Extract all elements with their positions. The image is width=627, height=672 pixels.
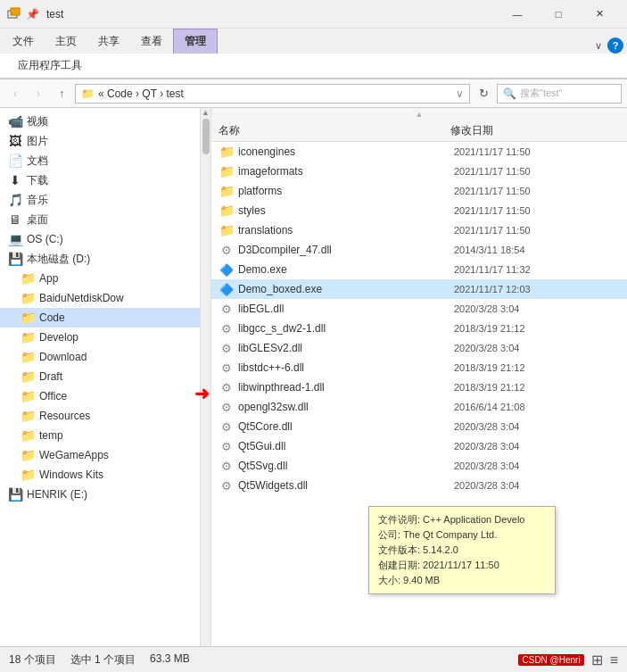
sidebar-item[interactable]: 📁Develop — [0, 328, 200, 347]
sidebar-scrollbar[interactable]: ▲ — [201, 108, 211, 646]
file-type-icon: 📁 — [219, 183, 235, 199]
dll-icon: ⚙ — [221, 460, 232, 473]
file-date: 2016/6/14 21:08 — [454, 402, 620, 412]
sidebar-item[interactable]: 📁Download — [0, 347, 200, 367]
layout-icon[interactable]: ⊞ — [591, 651, 603, 668]
table-row[interactable]: ⚙ libwinpthread-1.dll 2018/3/19 21:12 — [211, 377, 627, 397]
table-row[interactable]: ⚙ Qt5Gui.dll 2020/3/28 3:04 — [211, 436, 627, 456]
sidebar-label: 图片 — [27, 134, 48, 149]
table-row[interactable]: ⚙ libGLESv2.dll 2020/3/28 3:04 — [211, 338, 627, 358]
tab-view[interactable]: 查看 — [130, 29, 173, 54]
search-box[interactable]: 🔍 搜索"test" — [497, 84, 622, 104]
table-row[interactable]: ⚙ libstdc++-6.dll 2018/3/19 21:12 — [211, 358, 627, 377]
title-bar-icons: 📌 — [7, 7, 39, 21]
chevron-down-icon[interactable]: ∨ — [595, 40, 602, 52]
forward-button[interactable]: › — [29, 84, 48, 104]
sidebar-label: BaiduNetdiskDow — [39, 292, 124, 304]
sidebar-item[interactable]: 📁App — [0, 269, 200, 288]
window-title: test — [46, 8, 497, 21]
scroll-thumb[interactable] — [202, 119, 210, 154]
sidebar-icon: 📁 — [20, 447, 36, 463]
table-row[interactable]: ⚙ libEGL.dll 2020/3/28 3:04 — [211, 299, 627, 319]
sidebar-item[interactable]: 📁Windows Kits — [0, 465, 200, 485]
table-row[interactable]: 🔷 Demo_boxed.exe 2021/11/17 12:03 — [211, 279, 627, 299]
sidebar-icon: 📁 — [20, 310, 36, 326]
file-type-icon: ⚙ — [219, 360, 235, 376]
table-row[interactable]: 📁 platforms 2021/11/17 11:50 — [211, 181, 627, 201]
table-row[interactable]: ⚙ libgcc_s_dw2-1.dll 2018/3/19 21:12 — [211, 319, 627, 338]
table-row[interactable]: 📁 styles 2021/11/17 11:50 — [211, 201, 627, 220]
ribbon-app-tools-label: 应用程序工具 — [7, 58, 93, 73]
header-date[interactable]: 修改日期 — [450, 123, 620, 138]
sidebar-icon: 📁 — [20, 388, 36, 404]
tab-file[interactable]: 文件 — [2, 29, 45, 54]
file-name: libEGL.dll — [238, 303, 454, 315]
sidebar-item[interactable]: 💻OS (C:) — [0, 229, 200, 249]
sidebar-item[interactable]: 💾本地磁盘 (D:) — [0, 249, 200, 269]
table-row[interactable]: ⚙ opengl32sw.dll 2016/6/14 21:08 — [211, 397, 627, 417]
file-name: iconengines — [238, 145, 454, 158]
file-name: opengl32sw.dll — [238, 401, 454, 413]
table-row[interactable]: ⚙ D3Dcompiler_47.dll 2014/3/11 18:54 — [211, 240, 627, 260]
status-left: 18 个项目 选中 1 个项目 63.3 MB — [9, 652, 190, 668]
title-bar-controls: — □ ✕ — [497, 0, 620, 29]
file-name: translations — [238, 224, 454, 236]
table-row[interactable]: ⚙ Qt5Core.dll 2020/3/28 3:04 — [211, 417, 627, 436]
sidebar-item[interactable]: 📁WeGameApps — [0, 445, 200, 465]
dll-icon: ⚙ — [221, 342, 232, 355]
sidebar-item[interactable]: 🖥桌面 — [0, 210, 200, 229]
table-row[interactable]: 📁 translations 2021/11/17 11:50 — [211, 220, 627, 240]
up-button[interactable]: ↑ — [52, 84, 71, 104]
file-name: Qt5Svg.dll — [238, 460, 454, 472]
close-button[interactable]: ✕ — [579, 0, 620, 29]
file-type-icon: ⚙ — [219, 438, 235, 454]
tab-share[interactable]: 共享 — [87, 29, 130, 54]
sidebar-item[interactable]: 🎵音乐 — [0, 190, 200, 210]
file-type-icon: ⚙ — [219, 320, 235, 336]
sidebar-item[interactable]: 💾HENRIK (E:) — [0, 485, 200, 504]
refresh-button[interactable]: ↻ — [474, 84, 493, 104]
sidebar-item[interactable]: ⬇下载 — [0, 170, 200, 190]
dll-icon: ⚙ — [221, 420, 232, 434]
sidebar-item[interactable]: 📹视频 — [0, 112, 200, 131]
sidebar-item[interactable]: 📁Code — [0, 308, 200, 328]
sidebar-icon: 📁 — [20, 369, 36, 385]
pin-icon[interactable]: 📌 — [25, 7, 39, 21]
ribbon-content: 应用程序工具 — [0, 54, 627, 79]
sidebar-icon: 📁 — [20, 427, 36, 444]
maximize-button[interactable]: □ — [538, 0, 579, 29]
sidebar-label: OS (C:) — [27, 233, 63, 245]
header-name[interactable]: 名称 — [219, 123, 450, 138]
dll-icon: ⚙ — [221, 244, 232, 257]
table-row[interactable]: ⚙ Qt5Widgets.dll 2020/3/28 3:04 — [211, 476, 627, 495]
sidebar-icon: 📁 — [20, 270, 36, 286]
sidebar-item[interactable]: 📁Draft — [0, 367, 200, 386]
table-row[interactable]: ⚙ Qt5Svg.dll 2020/3/28 3:04 — [211, 456, 627, 476]
sidebar-item[interactable]: 📁temp — [0, 426, 200, 445]
folder-icon: 📁 — [219, 184, 235, 198]
tab-home[interactable]: 主页 — [45, 29, 87, 54]
sidebar-item[interactable]: 📁BaiduNetdiskDow — [0, 288, 200, 308]
table-row[interactable]: 📁 iconengines 2021/11/17 11:50 — [211, 142, 627, 162]
tab-manage[interactable]: 管理 — [173, 29, 218, 54]
table-row[interactable]: 🔷 Demo.exe 2021/11/17 11:32 — [211, 260, 627, 279]
selected-count: 选中 1 个项目 — [70, 652, 136, 668]
scroll-up-btn[interactable]: ▲ — [202, 108, 210, 117]
sidebar-item[interactable]: 📄文档 — [0, 151, 200, 170]
dropdown-arrow[interactable]: ∨ — [456, 87, 464, 100]
sidebar-item[interactable]: 📁Office — [0, 386, 200, 406]
back-button[interactable]: ‹ — [5, 84, 25, 104]
address-path[interactable]: 📁 « Code › QT › test ∨ — [75, 84, 470, 104]
list-icon[interactable]: ≡ — [610, 652, 618, 668]
file-date: 2021/11/17 11:50 — [454, 186, 620, 196]
address-bar: ‹ › ↑ 📁 « Code › QT › test ∨ ↻ 🔍 搜索"test… — [0, 79, 627, 108]
dll-icon: ⚙ — [221, 322, 232, 336]
file-date: 2020/3/28 3:04 — [454, 460, 620, 471]
minimize-button[interactable]: — — [497, 0, 538, 29]
help-button[interactable]: ? — [607, 37, 623, 54]
file-type-icon: ⚙ — [219, 340, 235, 356]
sidebar-item[interactable]: 📁Resources — [0, 406, 200, 426]
table-row[interactable]: 📁 imageformats 2021/11/17 11:50 — [211, 162, 627, 181]
dll-icon: ⚙ — [221, 401, 232, 414]
sidebar-item[interactable]: 🖼图片 — [0, 131, 200, 151]
